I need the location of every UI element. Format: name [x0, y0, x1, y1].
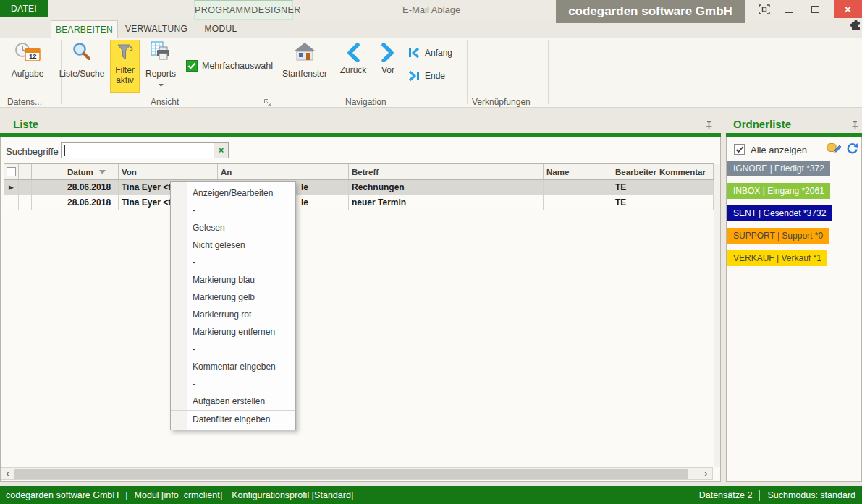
alle-anzeigen-checkbox[interactable]	[734, 144, 745, 155]
refresh-icon[interactable]	[845, 142, 858, 157]
edit-folders-icon[interactable]	[826, 142, 841, 158]
fullscreen-icon	[758, 4, 771, 15]
liste-pin-icon[interactable]	[705, 120, 713, 133]
cell-betreff: Rechnungen	[349, 180, 544, 195]
search-clear-button[interactable]: ×	[214, 142, 229, 158]
menu-item-anzeigen-bearbeiten[interactable]: Anzeigen/Bearbeiten	[171, 184, 295, 202]
folder-item-ignore[interactable]: IGNORE | Erledigt *372	[727, 161, 830, 176]
menu-item-dash[interactable]: -	[171, 254, 295, 271]
group-label-ansicht: Ansicht	[151, 97, 179, 107]
scroll-left-button[interactable]: ‹	[1, 468, 14, 479]
chevron-left-icon	[345, 43, 361, 62]
header-col-datum[interactable]: Datum	[64, 164, 119, 179]
status-pipe: |	[125, 490, 127, 500]
group-label-datensaetze: Datens...	[7, 97, 42, 107]
menu-item-nicht-gelesen[interactable]: Nicht gelesen	[171, 236, 295, 254]
programmdesigner-badge[interactable]: PROGRAMMDESIGNER	[194, 0, 293, 20]
menu-item-markierung-gelb[interactable]: Markierung gelb	[171, 289, 295, 306]
maximize-icon	[811, 6, 819, 13]
filter-label-line1: Filter	[115, 65, 135, 75]
status-modul: Modul [info_crmclient]	[135, 490, 223, 500]
folder-item-support[interactable]: SUPPORT | Support *0	[727, 228, 829, 244]
ordnerliste-panel-title: Ordnerliste	[733, 118, 791, 130]
menu-item-aufgaben-erstellen[interactable]: Aufgaben erstellen	[171, 393, 295, 410]
menu-item-datenfilter-eingeben[interactable]: Datenfilter eingeben	[171, 410, 295, 427]
menu-item-kommentar-eingeben[interactable]: Kommentar eingeben	[171, 358, 295, 375]
search-input[interactable]	[61, 142, 214, 158]
table-row[interactable]: 28.06.2018 Tina Eyer <t le neuer Termin …	[4, 195, 714, 210]
task-calendar-icon: 12	[14, 41, 41, 67]
header-col-kommentar[interactable]: Kommentar	[656, 164, 714, 179]
fullscreen-button[interactable]	[754, 0, 774, 18]
betreff-label: Betreff	[352, 168, 379, 176]
table-header-row: Datum Von An Betreff Name Bearbeiter Kom…	[4, 164, 714, 180]
folder-item-inbox[interactable]: INBOX | Eingang *2061	[727, 183, 830, 199]
vor-label: Vor	[381, 65, 394, 75]
zurueck-button[interactable]: Zurück	[336, 40, 371, 75]
cell-bearbeiter: TE	[612, 195, 656, 210]
home-icon	[282, 41, 328, 67]
check-icon	[735, 146, 744, 153]
minimize-icon	[785, 12, 793, 13]
vertical-scrollbar-track[interactable]	[714, 164, 720, 467]
jump-end-icon	[407, 70, 421, 82]
tab-verwaltung[interactable]: VERWALTUNG	[123, 20, 190, 38]
anfang-label: Anfang	[425, 48, 452, 58]
header-col-betreff[interactable]: Betreff	[349, 164, 544, 179]
menu-item-dash[interactable]: -	[171, 202, 295, 219]
tab-datei[interactable]: DATEI	[0, 0, 48, 17]
status-records: Datensätze 2	[699, 490, 753, 500]
window-title: E-Mail Ablage	[402, 4, 460, 15]
menu-item-dash[interactable]: -	[171, 341, 295, 358]
menu-item-markierung-blau[interactable]: Markierung blau	[171, 271, 295, 289]
header-col-empty2[interactable]	[32, 164, 46, 179]
ende-button[interactable]: Ende	[407, 70, 445, 82]
maximize-button[interactable]	[805, 0, 825, 18]
current-row-marker-icon: ▶	[9, 184, 14, 191]
vor-button[interactable]: Vor	[375, 40, 401, 75]
horizontal-scrollbar[interactable]: ‹ ›	[1, 467, 713, 480]
table-row[interactable]: ▶ 28.06.2018 Tina Eyer <t le Rechnungen …	[4, 180, 714, 195]
header-col-empty3[interactable]	[46, 164, 64, 179]
cell-name	[544, 195, 612, 210]
menu-item-markierung-entfernen[interactable]: Markierung entfernen	[171, 323, 295, 341]
minimize-button[interactable]	[779, 0, 798, 18]
menu-item-dash[interactable]: -	[171, 375, 295, 393]
ordnerliste-pin-icon[interactable]	[851, 120, 859, 133]
mail-table: Datum Von An Betreff Name Bearbeiter Kom…	[4, 163, 714, 210]
header-select-all[interactable]	[4, 164, 19, 179]
startfenster-button[interactable]: Startfenster	[282, 40, 328, 95]
header-col-an[interactable]: An	[218, 164, 349, 179]
header-col-empty1[interactable]	[19, 164, 32, 179]
group-separator	[548, 40, 549, 104]
scrollbar-thumb[interactable]	[14, 469, 688, 479]
chevron-right-icon	[380, 43, 396, 62]
mehrfachauswahl-checkbox[interactable]	[186, 60, 198, 72]
header-col-von[interactable]: Von	[119, 164, 218, 179]
an-fragment: le	[301, 197, 308, 208]
folder-item-sent[interactable]: SENT | Gesendet *3732	[727, 205, 832, 221]
header-col-bearbeiter[interactable]: Bearbeiter	[612, 164, 656, 179]
startfenster-label: Startfenster	[282, 69, 327, 79]
scroll-right-button[interactable]: ›	[700, 468, 712, 479]
aufgabe-button[interactable]: 12 Aufgabe	[6, 40, 49, 95]
menu-item-gelesen[interactable]: Gelesen	[171, 219, 295, 236]
von-label: Von	[122, 168, 137, 176]
reports-button[interactable]: Reports	[143, 40, 179, 95]
an-fragment: le	[301, 182, 308, 192]
header-col-name[interactable]: Name	[544, 164, 612, 179]
folder-item-verkauf[interactable]: VERKAUF | Verkauf *1	[727, 250, 827, 266]
liste-suche-button[interactable]: Liste/Suche	[58, 40, 106, 95]
anfang-button[interactable]: Anfang	[407, 47, 452, 59]
menu-item-markierung-rot[interactable]: Markierrung rot	[171, 306, 295, 323]
tab-modul[interactable]: MODUL	[197, 20, 245, 38]
search-icon	[58, 41, 106, 67]
select-all-checkbox[interactable]	[7, 167, 16, 176]
close-button[interactable]: ×	[834, 0, 862, 18]
filter-aktiv-button[interactable]: Filter aktiv	[110, 40, 140, 93]
group-separator	[274, 40, 274, 104]
dialog-launcher-icon[interactable]	[263, 97, 272, 106]
tab-bearbeiten[interactable]: BEARBEITEN	[51, 20, 118, 38]
calendar-day-label: 12	[29, 52, 37, 60]
status-bar: codegarden software GmbH | Modul [info_c…	[0, 486, 862, 504]
